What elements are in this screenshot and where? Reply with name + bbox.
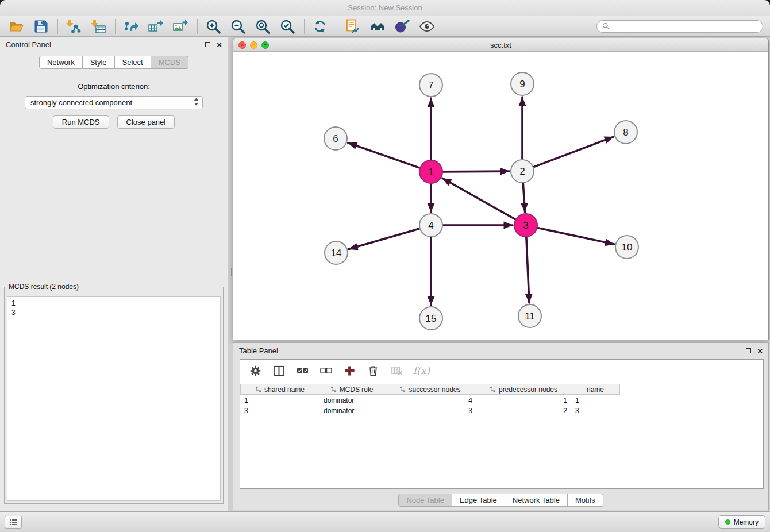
column-sort-icon (330, 386, 337, 392)
close-panel-icon[interactable]: × (217, 40, 222, 49)
control-panel-header: Control Panel × (0, 37, 228, 52)
cell-successor-nodes[interactable]: 4 (384, 396, 476, 404)
table-panel-title: Table Panel (239, 346, 278, 355)
column-header-predecessor-nodes[interactable]: predecessor nodes (476, 384, 571, 395)
style-brush-icon[interactable] (393, 18, 411, 35)
column-browser-icon[interactable] (272, 364, 286, 377)
close-table-panel-icon[interactable]: × (757, 346, 763, 355)
import-table-icon[interactable] (89, 18, 107, 35)
tab-style[interactable]: Style (83, 56, 115, 69)
column-header-successor-nodes[interactable]: successor nodes (384, 384, 476, 395)
network-from-selection-icon[interactable] (344, 18, 362, 35)
splitter-grip-icon[interactable] (229, 268, 232, 276)
mcds-result-title: MCDS result (2 nodes) (7, 283, 80, 291)
delete-column-icon[interactable] (366, 364, 380, 377)
graph-node[interactable]: 14 (325, 241, 348, 264)
tab-network[interactable]: Network (39, 56, 83, 69)
svg-text:1: 1 (428, 167, 433, 178)
cell-shared-name[interactable]: 3 (240, 407, 319, 415)
criterion-dropdown[interactable]: strongly connected component (25, 96, 203, 109)
svg-text:9: 9 (519, 79, 525, 90)
cell-name[interactable]: 3 (571, 407, 620, 415)
panel-splitter[interactable] (228, 37, 233, 511)
tab-mcds[interactable]: MCDS (151, 56, 188, 69)
table-row[interactable]: 1 dominator 4 1 1 (240, 396, 763, 405)
unselect-all-icon[interactable] (319, 364, 333, 377)
float-table-panel-icon[interactable] (746, 348, 751, 353)
import-network-icon[interactable] (64, 18, 83, 35)
export-table-icon[interactable] (147, 18, 165, 35)
svg-text:10: 10 (622, 242, 633, 253)
show-hide-eye-icon[interactable] (418, 18, 436, 35)
zoom-fit-icon[interactable] (253, 18, 272, 35)
task-history-button[interactable] (5, 516, 22, 529)
cell-mcds-role[interactable]: dominator (319, 407, 384, 415)
graph-node[interactable]: 15 (419, 307, 442, 330)
column-header-name[interactable]: name (571, 384, 620, 395)
cell-name[interactable]: 1 (571, 396, 620, 404)
memory-button[interactable]: Memory (718, 515, 765, 529)
graph-node[interactable]: 11 (518, 304, 541, 327)
search-box[interactable] (596, 20, 763, 33)
graph-node[interactable]: 7 (419, 74, 442, 97)
control-panel-title: Control Panel (6, 40, 51, 49)
svg-text:6: 6 (333, 133, 338, 144)
toolbar-separator (115, 19, 116, 34)
graph-node[interactable]: 9 (511, 72, 534, 95)
open-session-icon[interactable] (7, 18, 25, 35)
window-resize-grip-icon[interactable] (495, 338, 503, 340)
memory-label: Memory (734, 518, 759, 526)
select-all-icon[interactable] (295, 364, 309, 377)
search-input[interactable] (613, 22, 757, 30)
column-header-mcds-role[interactable]: MCDS role (319, 384, 384, 395)
mcds-result-line: 1 (11, 299, 216, 308)
function-builder-icon[interactable]: f(x) (413, 365, 430, 376)
titlebar[interactable]: Session: New Session (0, 0, 770, 16)
network-svg[interactable]: 7968124314101511 (233, 52, 768, 340)
close-window-icon[interactable]: × (238, 41, 246, 49)
graph-node[interactable]: 10 (615, 236, 638, 259)
cell-successor-nodes[interactable]: 3 (384, 407, 476, 415)
cell-predecessor-nodes[interactable]: 1 (476, 396, 571, 404)
delete-table-icon[interactable] (390, 364, 403, 377)
float-panel-icon[interactable] (205, 42, 210, 47)
table-row[interactable]: 3 dominator 3 2 3 (240, 406, 763, 415)
graph-node[interactable]: 6 (324, 127, 347, 150)
minimize-window-icon[interactable]: − (250, 41, 257, 49)
graph-node[interactable]: 4 (419, 214, 442, 237)
column-sort-icon (490, 386, 496, 392)
cell-mcds-role[interactable]: dominator (319, 396, 384, 404)
add-column-icon[interactable] (342, 364, 356, 377)
run-mcds-button[interactable]: Run MCDS (53, 115, 109, 129)
tab-select[interactable]: Select (115, 56, 151, 69)
zoom-window-icon[interactable]: + (261, 41, 269, 49)
export-image-icon[interactable] (171, 18, 190, 35)
cell-shared-name[interactable]: 1 (240, 396, 319, 404)
zoom-in-icon[interactable] (204, 18, 222, 35)
tab-edge-table[interactable]: Edge Table (452, 494, 505, 507)
graph-node[interactable]: 2 (511, 160, 534, 183)
zoom-out-icon[interactable] (229, 18, 247, 35)
export-network-icon[interactable] (122, 18, 140, 35)
graph-node[interactable]: 8 (614, 121, 637, 144)
zoom-selected-icon[interactable] (278, 18, 297, 35)
main-toolbar (0, 16, 770, 37)
table-header-row: shared name MCDS role successor nodes pr… (240, 384, 763, 395)
cell-predecessor-nodes[interactable]: 2 (476, 407, 571, 415)
network-window-titlebar[interactable]: × − + scc.txt (233, 38, 768, 52)
memory-status-dot (725, 519, 730, 525)
mcds-result-list[interactable]: 1 3 (7, 296, 221, 501)
tab-node-table[interactable]: Node Table (398, 494, 452, 507)
tab-network-table[interactable]: Network Table (505, 494, 568, 507)
graph-node[interactable]: 1 (419, 160, 442, 183)
refresh-layout-icon[interactable] (311, 18, 329, 35)
close-panel-button[interactable]: Close panel (117, 115, 175, 129)
graph-node[interactable]: 3 (514, 214, 537, 237)
save-session-icon[interactable] (32, 18, 50, 35)
tab-motifs[interactable]: Motifs (568, 494, 603, 507)
home-icon[interactable] (368, 18, 387, 35)
toolbar-separator (304, 19, 305, 34)
table-panel-header: Table Panel × (233, 343, 768, 358)
column-header-shared-name[interactable]: shared name (240, 384, 319, 395)
table-settings-icon[interactable] (248, 364, 262, 377)
